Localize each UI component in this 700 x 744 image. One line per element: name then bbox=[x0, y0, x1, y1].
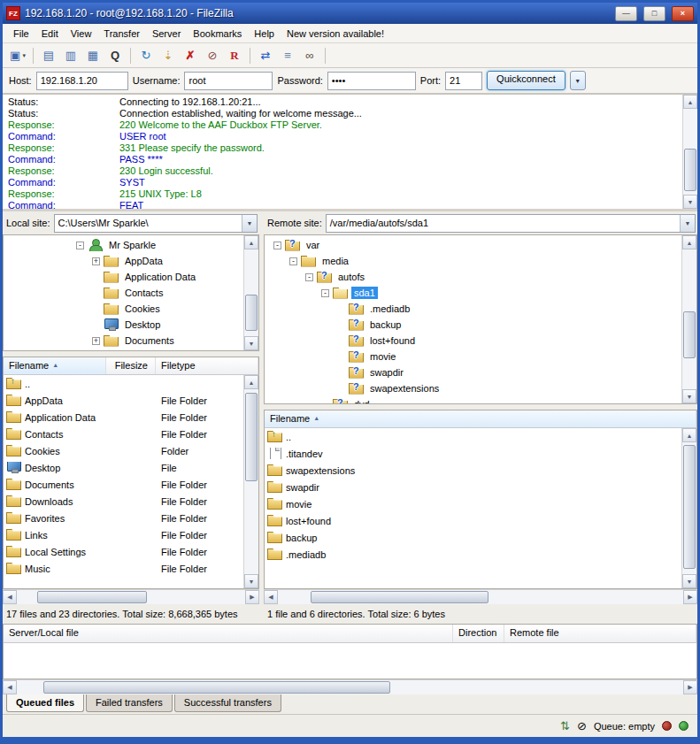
file-row[interactable]: LinksFile Folder bbox=[4, 526, 243, 543]
tree-item[interactable]: -autofs bbox=[265, 269, 681, 285]
column-header-filesize[interactable]: Filesize bbox=[106, 357, 156, 374]
tree-item[interactable]: +AppData bbox=[4, 253, 243, 269]
column-header-direction[interactable]: Direction bbox=[453, 625, 504, 642]
tree-item-selected[interactable]: -sda1 bbox=[265, 285, 681, 301]
local-tree-scrollbar[interactable]: ▲ ▼ bbox=[243, 235, 258, 350]
maximize-button[interactable]: □ bbox=[643, 6, 665, 21]
scroll-up-icon[interactable]: ▲ bbox=[244, 375, 258, 389]
scroll-up-icon[interactable]: ▲ bbox=[682, 235, 696, 249]
tree-item[interactable]: -Mr Sparkle bbox=[4, 237, 243, 253]
remote-path-value[interactable]: /var/media/autofs/sda1 bbox=[327, 215, 680, 232]
local-path-value[interactable]: C:\Users\Mr Sparkle\ bbox=[55, 215, 242, 232]
site-manager-dropdown-icon[interactable]: ▾ bbox=[22, 52, 26, 59]
filename-filters-button[interactable]: Q bbox=[104, 46, 126, 65]
expand-icon[interactable]: + bbox=[92, 337, 100, 345]
menu-server[interactable]: Server bbox=[146, 26, 187, 42]
file-row[interactable]: .mediadb bbox=[265, 546, 681, 563]
menu-file[interactable]: File bbox=[7, 26, 35, 42]
scroll-track[interactable] bbox=[17, 590, 245, 604]
tree-item[interactable]: Contacts bbox=[4, 285, 243, 301]
file-row[interactable]: swapdir bbox=[265, 479, 681, 495]
log-scrollbar[interactable]: ▲ ▼ bbox=[682, 95, 697, 209]
scroll-track[interactable] bbox=[244, 249, 258, 336]
file-row[interactable]: AppDataFile Folder bbox=[4, 392, 243, 409]
scroll-down-icon[interactable]: ▼ bbox=[682, 574, 696, 588]
process-queue-button[interactable]: ⇣ bbox=[158, 46, 179, 65]
tree-item[interactable]: backup bbox=[265, 317, 681, 333]
file-row[interactable]: DesktopFile bbox=[4, 459, 243, 476]
local-path-combobox[interactable]: C:\Users\Mr Sparkle\ ▼ bbox=[54, 214, 258, 233]
column-header-filename[interactable]: Filename▲ bbox=[4, 357, 106, 374]
scroll-track[interactable] bbox=[278, 590, 683, 604]
scroll-down-icon[interactable]: ▼ bbox=[244, 336, 258, 350]
remote-list-scrollbar[interactable]: ▲ ▼ bbox=[681, 428, 696, 588]
minimize-button[interactable]: — bbox=[615, 6, 637, 21]
cancel-button[interactable]: ✗ bbox=[180, 46, 201, 65]
toggle-trees-button[interactable]: ▥ bbox=[60, 46, 81, 65]
port-input[interactable] bbox=[445, 72, 482, 90]
file-row[interactable]: .. bbox=[4, 375, 243, 392]
menu-view[interactable]: View bbox=[65, 26, 98, 42]
file-row[interactable]: .titandev bbox=[265, 445, 681, 462]
tab-successful-transfers[interactable]: Successful transfers bbox=[174, 694, 281, 712]
menu-bookmarks[interactable]: Bookmarks bbox=[187, 26, 248, 42]
scroll-left-icon[interactable]: ◀ bbox=[3, 680, 17, 694]
scroll-left-icon[interactable]: ◀ bbox=[264, 590, 278, 604]
reconnect-button[interactable]: R bbox=[224, 46, 245, 65]
scroll-down-icon[interactable]: ▼ bbox=[683, 195, 697, 209]
scroll-track[interactable] bbox=[682, 442, 696, 574]
site-manager-button[interactable]: ▣ ▾ bbox=[7, 46, 28, 65]
file-row[interactable]: swapextensions bbox=[265, 462, 681, 479]
scroll-up-icon[interactable]: ▲ bbox=[683, 95, 697, 109]
tab-queued-files[interactable]: Queued files bbox=[6, 694, 84, 712]
tree-item[interactable]: dvd bbox=[265, 396, 681, 403]
scroll-thumb[interactable] bbox=[37, 591, 147, 603]
local-list-hscrollbar[interactable]: ◀ ▶ bbox=[3, 589, 259, 604]
local-list-scrollbar[interactable]: ▲ ▼ bbox=[243, 375, 258, 588]
scroll-track[interactable] bbox=[682, 249, 696, 389]
remote-path-combobox[interactable]: /var/media/autofs/sda1 ▼ bbox=[326, 214, 696, 233]
toggle-log-button[interactable]: ▤ bbox=[38, 46, 59, 65]
collapse-icon[interactable]: - bbox=[76, 242, 84, 249]
column-header-remote-file[interactable]: Remote file bbox=[504, 625, 696, 642]
tree-item[interactable]: Application Data bbox=[4, 269, 243, 285]
scroll-track[interactable] bbox=[244, 389, 258, 574]
file-row[interactable]: FavoritesFile Folder bbox=[4, 510, 243, 526]
column-header-filetype[interactable]: Filetype bbox=[156, 357, 258, 374]
refresh-button[interactable]: ↻ bbox=[135, 46, 157, 65]
disconnect-button[interactable]: ⊘ bbox=[202, 46, 223, 65]
scroll-thumb[interactable] bbox=[43, 681, 390, 694]
scroll-thumb[interactable] bbox=[683, 445, 696, 569]
file-row[interactable]: lost+found bbox=[265, 512, 681, 529]
scroll-thumb[interactable] bbox=[683, 311, 696, 359]
collapse-icon[interactable]: - bbox=[289, 257, 297, 265]
scroll-up-icon[interactable]: ▲ bbox=[682, 428, 696, 442]
close-button[interactable]: × bbox=[672, 6, 694, 21]
queue-empty-area[interactable] bbox=[4, 643, 696, 679]
scroll-track[interactable] bbox=[17, 680, 683, 694]
tree-item[interactable]: lost+found bbox=[265, 333, 681, 349]
sync-browsing-button[interactable]: ⇄ bbox=[255, 46, 276, 65]
expand-icon[interactable]: + bbox=[92, 257, 100, 265]
combobox-dropdown-icon[interactable]: ▼ bbox=[680, 215, 695, 232]
tree-item[interactable]: movie bbox=[265, 349, 681, 364]
scroll-up-icon[interactable]: ▲ bbox=[244, 235, 258, 249]
tree-item[interactable]: +Documents bbox=[4, 333, 243, 349]
encryption-icon[interactable]: ⊘ bbox=[577, 719, 587, 732]
file-row[interactable]: Application DataFile Folder bbox=[4, 409, 243, 426]
quickconnect-dropdown-icon[interactable]: ▼ bbox=[570, 71, 586, 90]
file-row[interactable]: .. bbox=[265, 428, 681, 445]
host-input[interactable] bbox=[36, 72, 128, 90]
tree-item[interactable]: swapextensions bbox=[265, 380, 681, 396]
collapse-icon[interactable]: - bbox=[321, 289, 329, 297]
file-row[interactable]: backup bbox=[265, 529, 681, 546]
file-row[interactable]: MusicFile Folder bbox=[4, 560, 243, 577]
collapse-icon[interactable]: - bbox=[273, 242, 281, 249]
file-row[interactable]: CookiesFolder bbox=[4, 442, 243, 459]
speed-limits-icon[interactable]: ⇅ bbox=[560, 719, 570, 732]
title-bar[interactable]: FZ 192.168.1.20 - root@192.168.1.20 - Fi… bbox=[3, 3, 697, 24]
directory-comparison-button[interactable]: ≡ bbox=[277, 46, 298, 65]
tree-item[interactable]: Desktop bbox=[4, 317, 243, 333]
username-input[interactable] bbox=[184, 72, 273, 90]
menu-transfer[interactable]: Transfer bbox=[97, 26, 146, 42]
